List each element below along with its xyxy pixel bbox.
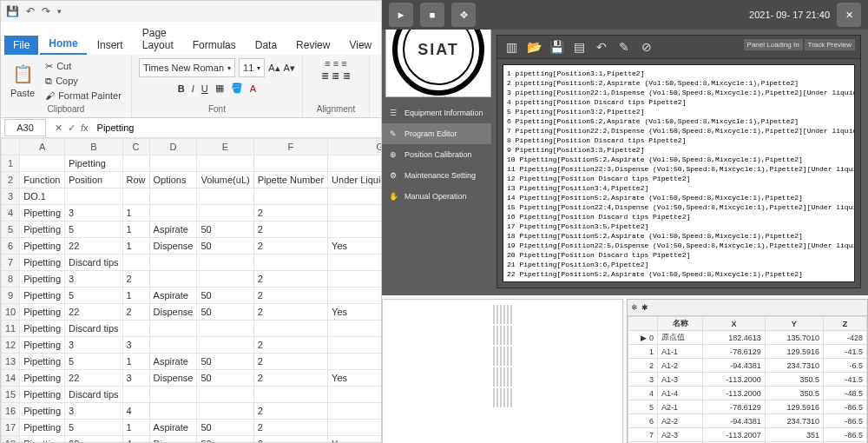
code-area[interactable]: 1 pipetting[Position3:1,Pipette2] 2 pipe… bbox=[503, 64, 855, 282]
thumbnail[interactable] bbox=[500, 367, 502, 387]
cell[interactable]: 5 bbox=[65, 222, 122, 238]
cell[interactable] bbox=[328, 188, 381, 205]
tab-track-preview[interactable]: Track Preview bbox=[805, 39, 855, 50]
thumbnail[interactable] bbox=[507, 347, 509, 366]
freeze-icon[interactable]: ❄ bbox=[631, 303, 638, 312]
thumbnail[interactable] bbox=[503, 388, 505, 407]
cell[interactable] bbox=[253, 255, 327, 271]
cell[interactable]: 50 bbox=[197, 222, 253, 238]
col-header[interactable]: E bbox=[197, 139, 253, 155]
cell[interactable]: 2 bbox=[253, 420, 327, 436]
dt-header[interactable] bbox=[628, 317, 658, 331]
cell[interactable]: 4 bbox=[122, 403, 149, 420]
thumbnail[interactable] bbox=[503, 347, 505, 366]
thumbnail[interactable] bbox=[510, 347, 512, 366]
thumbnail[interactable] bbox=[500, 326, 502, 345]
table-row[interactable]: 4A1-4-113.2000350.5-48.5 bbox=[628, 387, 867, 400]
cell[interactable] bbox=[65, 188, 122, 205]
cell[interactable]: 5 bbox=[65, 288, 122, 304]
thumbnail[interactable] bbox=[493, 326, 495, 345]
row-header[interactable]: 10 bbox=[2, 304, 20, 321]
thumbnail[interactable] bbox=[493, 388, 495, 407]
cell[interactable] bbox=[328, 271, 381, 288]
thumbnail[interactable] bbox=[493, 347, 495, 366]
edit-icon[interactable]: ✎ bbox=[615, 38, 633, 56]
stop-button[interactable]: ■ bbox=[420, 3, 444, 27]
cell[interactable] bbox=[328, 288, 381, 304]
cell[interactable]: 5 bbox=[65, 354, 122, 370]
play-button[interactable]: ► bbox=[389, 3, 413, 27]
thumbnail[interactable] bbox=[503, 326, 505, 345]
thumbnail[interactable] bbox=[507, 367, 509, 387]
close-button[interactable]: ✕ bbox=[837, 3, 861, 27]
cut-button[interactable]: ✂Cut bbox=[43, 60, 124, 73]
cell[interactable]: Pipetting bbox=[20, 370, 65, 387]
cell[interactable] bbox=[122, 188, 149, 205]
cell[interactable] bbox=[328, 321, 381, 337]
row-header[interactable]: 16 bbox=[2, 403, 20, 420]
cell[interactable]: Pipetting bbox=[20, 337, 65, 354]
sidebar-item-position-calibration[interactable]: ⊕Position Calibration bbox=[382, 144, 491, 165]
save-icon[interactable]: 💾 bbox=[6, 5, 19, 17]
cell[interactable]: 1 bbox=[122, 222, 149, 238]
cell[interactable]: 50 bbox=[197, 436, 253, 443]
cell[interactable]: 2 bbox=[253, 205, 327, 222]
thumbnail[interactable] bbox=[493, 367, 495, 387]
cell[interactable]: Discard tips bbox=[65, 387, 122, 403]
cell[interactable]: Yes bbox=[328, 238, 381, 255]
cell[interactable] bbox=[197, 205, 253, 222]
cell[interactable]: Pipetting bbox=[20, 271, 65, 288]
table-row[interactable]: ▶ 0原点值182.4613135.7010-428 bbox=[628, 331, 867, 345]
row-header[interactable]: 1 bbox=[2, 155, 20, 172]
cell[interactable] bbox=[197, 387, 253, 403]
cell[interactable]: 3 bbox=[65, 403, 122, 420]
cell[interactable]: 50 bbox=[197, 238, 253, 255]
cell[interactable] bbox=[122, 321, 149, 337]
table-row[interactable]: 1A1-1-78.6129129.5916-41.5 bbox=[628, 345, 867, 359]
cell[interactable]: 2 bbox=[122, 271, 149, 288]
cell[interactable] bbox=[328, 420, 381, 436]
row-header[interactable]: 12 bbox=[2, 337, 20, 354]
thumbnail[interactable] bbox=[500, 305, 502, 324]
row-header[interactable]: 11 bbox=[2, 321, 20, 337]
row-header[interactable]: 2 bbox=[2, 172, 20, 188]
cell[interactable]: Pipetting bbox=[20, 288, 65, 304]
table-row[interactable]: 2A1-2-94.4381234.7310-6.5 bbox=[628, 359, 867, 373]
cell[interactable] bbox=[328, 387, 381, 403]
open-icon[interactable]: 📂 bbox=[525, 38, 542, 56]
cell[interactable] bbox=[122, 255, 149, 271]
dt-header[interactable]: Z bbox=[824, 317, 867, 331]
spreadsheet-grid[interactable]: ABCDEFG1Pipetting2FunctionPositionRowOpt… bbox=[1, 138, 381, 442]
dt-header[interactable]: Y bbox=[765, 317, 823, 331]
thumbnail[interactable] bbox=[496, 347, 498, 366]
cell[interactable]: 4 bbox=[122, 436, 149, 443]
cell[interactable]: 2 bbox=[253, 337, 327, 354]
col-header[interactable]: G bbox=[328, 139, 381, 155]
accept-icon[interactable]: ✓ bbox=[68, 122, 76, 134]
thumbnail[interactable] bbox=[500, 388, 502, 407]
cell[interactable]: 22 bbox=[65, 238, 122, 255]
saveas-icon[interactable]: ▤ bbox=[570, 38, 588, 56]
thumbnail[interactable] bbox=[503, 305, 505, 324]
cell[interactable] bbox=[149, 255, 197, 271]
cell[interactable]: 2 bbox=[253, 304, 327, 321]
table-row[interactable]: 3A1-3-113.2000350.5-41.5 bbox=[628, 373, 867, 387]
cell[interactable] bbox=[149, 321, 197, 337]
cell[interactable]: 1 bbox=[122, 420, 149, 436]
col-header[interactable]: A bbox=[20, 139, 65, 155]
cell[interactable]: 3 bbox=[122, 370, 149, 387]
cell[interactable] bbox=[122, 387, 149, 403]
cell[interactable] bbox=[253, 188, 327, 205]
cell[interactable] bbox=[253, 387, 327, 403]
cell[interactable] bbox=[149, 271, 197, 288]
cell[interactable]: Dispense bbox=[149, 370, 197, 387]
cell[interactable]: 1 bbox=[122, 205, 149, 222]
thumbnail[interactable] bbox=[496, 305, 498, 324]
delete-icon[interactable]: ⊘ bbox=[638, 38, 655, 56]
cell[interactable]: Aspirate bbox=[149, 420, 197, 436]
fx-icon[interactable]: fx bbox=[81, 122, 89, 134]
cell[interactable]: 2 bbox=[253, 288, 327, 304]
cell[interactable]: Yes bbox=[328, 436, 381, 443]
font-size-combo[interactable]: 11▾ bbox=[239, 58, 265, 77]
cell[interactable]: Dispense bbox=[149, 238, 197, 255]
